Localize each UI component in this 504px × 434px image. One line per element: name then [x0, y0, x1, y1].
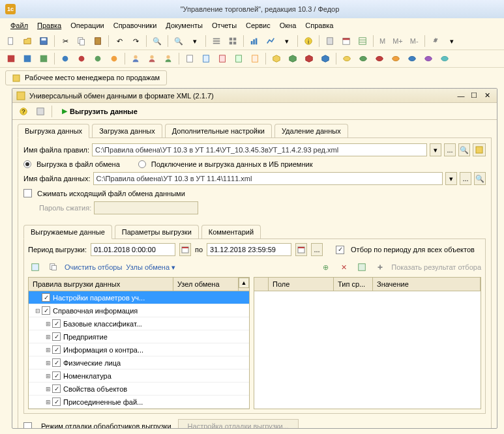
rules-browse-button[interactable]: ...	[444, 143, 456, 156]
redo-icon[interactable]: ↷	[128, 34, 143, 48]
rules-file-input[interactable]	[92, 143, 427, 156]
tree-row[interactable]: ⊞Свойства объектов	[29, 383, 249, 396]
tb2-money-4[interactable]	[389, 51, 403, 66]
open-icon[interactable]	[20, 34, 35, 48]
period-filter-checkbox[interactable]	[336, 246, 344, 254]
memory-mminus[interactable]: M-	[408, 37, 421, 45]
rules-dropdown-button[interactable]: ▾	[430, 143, 441, 156]
data-file-input[interactable]	[93, 172, 443, 185]
tree-checkbox[interactable]	[52, 319, 61, 328]
paste-icon[interactable]	[91, 34, 105, 48]
tree-expander-icon[interactable]: ⊞	[44, 321, 52, 327]
data-search-button[interactable]: 🔍	[474, 172, 486, 185]
tb2-money-5[interactable]	[405, 51, 419, 66]
tab-delete[interactable]: Удаление данных	[274, 124, 348, 138]
zoom-icon[interactable]: 🔍	[171, 34, 186, 48]
tb2-icon-7[interactable]	[107, 51, 121, 66]
tb2-icon-5[interactable]	[74, 51, 89, 66]
tb2-doc-2[interactable]	[199, 51, 213, 66]
maximize-button[interactable]: ☐	[468, 91, 480, 101]
upload-button[interactable]: ▶ Выгрузить данные	[56, 105, 143, 117]
date-to-cal-button[interactable]	[295, 243, 307, 256]
menu-operations[interactable]: Операции	[67, 20, 108, 31]
tb2-box-3[interactable]	[302, 51, 316, 66]
nodes-link[interactable]: Узлы обмена ▾	[126, 263, 175, 272]
tree-expander-icon[interactable]: ⊞	[44, 399, 52, 405]
list-icon[interactable]	[209, 34, 224, 48]
clear-filters-link[interactable]: Очистить отборы	[65, 263, 122, 271]
menu-edit[interactable]: Правка	[33, 20, 65, 31]
tb2-money-6[interactable]	[421, 51, 436, 66]
tab-exported-data[interactable]: Выгружаемые данные	[23, 225, 112, 239]
tree-row[interactable]: ⊟Справочная информация	[29, 304, 249, 317]
memory-mplus[interactable]: M+	[390, 37, 406, 45]
find-icon[interactable]: 🔍	[150, 34, 164, 48]
save-icon[interactable]	[37, 34, 51, 48]
tree-row[interactable]: ⊞Номенклатура	[29, 369, 249, 383]
edit-row-icon[interactable]	[355, 260, 369, 274]
tree-checkbox[interactable]	[52, 371, 61, 380]
compress-checkbox[interactable]	[23, 189, 32, 197]
period-ellipsis-button[interactable]: ...	[311, 243, 323, 256]
tree-checkbox[interactable]	[52, 345, 61, 354]
tree-checkbox[interactable]	[42, 306, 50, 315]
tab-comment[interactable]: Комментарий	[201, 225, 261, 239]
close-button[interactable]: ✕	[481, 91, 493, 101]
tb2-icon-4[interactable]	[58, 51, 72, 66]
tab-settings[interactable]: Дополнительные настройки	[165, 124, 272, 138]
debug-mode-checkbox[interactable]	[23, 422, 32, 429]
tree-scroll-up[interactable]: ▲	[239, 278, 249, 288]
table-icon[interactable]	[355, 34, 370, 48]
tree-row[interactable]: Настройки параметров уч...	[29, 291, 249, 304]
tab-import[interactable]: Загрузка данных	[92, 124, 162, 138]
tb2-person-3[interactable]	[161, 51, 175, 66]
memory-m[interactable]: M	[377, 37, 388, 45]
radio-export-db[interactable]	[138, 160, 146, 168]
delete-row-icon[interactable]: ✕	[336, 260, 351, 274]
settings-icon[interactable]	[428, 34, 443, 48]
tb2-icon-6[interactable]	[91, 51, 105, 66]
tb2-money-1[interactable]	[340, 51, 354, 66]
add-row-icon[interactable]: ⊕	[318, 260, 333, 274]
tree-expander-icon[interactable]: ⊞	[44, 386, 52, 392]
table-refresh-icon[interactable]	[28, 260, 42, 274]
menu-reports[interactable]: Отчеты	[208, 20, 241, 31]
data-dropdown-button[interactable]: ▾	[445, 172, 457, 185]
minimize-button[interactable]: —	[455, 91, 467, 101]
tab-export[interactable]: Выгрузка данных	[18, 124, 89, 138]
rules-search-button[interactable]: 🔍	[458, 143, 470, 156]
table-copy-icon[interactable]	[46, 260, 61, 274]
menu-help[interactable]: Справка	[301, 20, 337, 31]
tb2-money-2[interactable]	[356, 51, 370, 66]
tb2-money-7[interactable]	[437, 51, 452, 66]
tree-checkbox[interactable]	[52, 384, 61, 393]
move-row-icon[interactable]	[373, 260, 387, 274]
undo-icon[interactable]: ↶	[112, 34, 126, 48]
form-icon-2[interactable]	[33, 104, 48, 119]
tb2-icon-2[interactable]	[20, 51, 35, 66]
chart-icon[interactable]	[247, 34, 261, 48]
help-icon[interactable]: i	[301, 34, 316, 48]
dropdown3-icon[interactable]: ▾	[445, 34, 459, 48]
chart2-icon[interactable]	[263, 34, 278, 48]
date-from-input[interactable]	[91, 243, 175, 256]
tb2-box-4[interactable]	[318, 51, 333, 66]
tree-row[interactable]: ⊞Физические лица	[29, 356, 249, 369]
tree-body[interactable]: Настройки параметров уч...⊟Справочная ин…	[29, 291, 249, 409]
tb2-doc-5[interactable]	[248, 51, 262, 66]
tree-row[interactable]: ⊞Информация о контра...	[29, 343, 249, 356]
tree-checkbox[interactable]	[52, 398, 61, 406]
new-icon[interactable]	[4, 34, 18, 48]
date-from-cal-button[interactable]	[179, 243, 191, 256]
dropdown2-icon[interactable]: ▾	[280, 34, 294, 48]
tb2-doc-1[interactable]	[183, 51, 197, 66]
grid-icon[interactable]	[226, 34, 240, 48]
copy-icon[interactable]	[74, 34, 89, 48]
date-to-input[interactable]	[207, 243, 291, 256]
tree-row[interactable]: ⊞Базовые классификат...	[29, 317, 249, 330]
radio-export-file[interactable]	[23, 160, 31, 168]
tree-row[interactable]: ⊞Предприятие	[29, 330, 249, 343]
menu-windows[interactable]: Окна	[276, 20, 301, 31]
tree-checkbox[interactable]	[52, 332, 61, 341]
tb2-doc-3[interactable]	[215, 51, 230, 66]
